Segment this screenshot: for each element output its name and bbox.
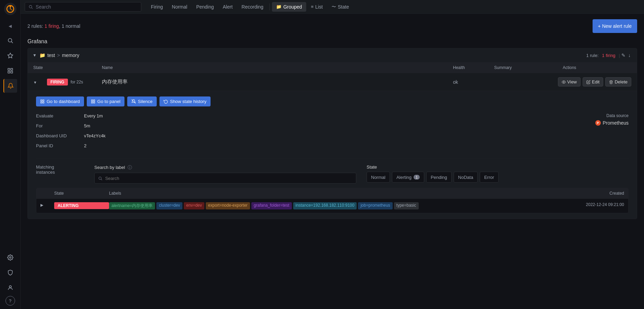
detail-grid: Evaluate Every 1m For 5m Dashboard UID v… — [36, 113, 629, 153]
svg-rect-23 — [91, 102, 93, 103]
group-edit-button[interactable]: ✎ — [620, 52, 627, 59]
detail-fields: Evaluate Every 1m For 5m Dashboard UID v… — [36, 113, 520, 153]
filter-pending-button[interactable]: Pending — [426, 172, 452, 183]
svg-point-13 — [9, 286, 11, 288]
svg-rect-19 — [41, 102, 42, 103]
instance-row: ▶ Alerting alertname=内存使用率 cluster=dev e… — [36, 198, 628, 213]
alerting-badge: 1 — [414, 175, 420, 180]
alert-group-header[interactable]: ▼ 📁 test > memory 1 rule: 1 firing | ✎ ↓ — [28, 48, 637, 62]
search-label-input-wrap[interactable] — [94, 173, 356, 184]
svg-rect-21 — [91, 100, 93, 101]
topbar: Firing Normal Pending Alert Recording 📁 … — [21, 0, 644, 14]
new-alert-button[interactable]: + New alert rule — [593, 19, 637, 33]
group-path: test > memory — [47, 53, 586, 58]
tab-alert[interactable]: Alert — [219, 2, 237, 12]
tab-normal[interactable]: Normal — [168, 2, 191, 12]
list-icon: ≡ — [311, 4, 314, 9]
history-icon — [164, 99, 168, 104]
filter-error-button[interactable]: Error — [480, 172, 499, 183]
instance-state-badge: Alerting — [54, 202, 109, 209]
rules-count: 2 rules: 1 firing, 1 normal — [27, 23, 80, 29]
row-chevron-icon[interactable]: ▼ — [33, 80, 47, 84]
col-state: State — [33, 65, 102, 70]
sidebar-item-search[interactable] — [3, 34, 17, 47]
delete-button[interactable]: Delete — [605, 77, 631, 87]
inst-col-created: Created — [556, 191, 624, 196]
edit-icon — [586, 80, 591, 84]
tab-state[interactable]: 〜 State — [327, 2, 353, 12]
col-actions: Actions — [563, 65, 631, 70]
for-value: 5m — [84, 123, 90, 128]
go-to-panel-button[interactable]: Go to panel — [87, 96, 124, 106]
silence-icon — [131, 99, 136, 104]
section-title: Grafana — [27, 38, 637, 45]
edit-button[interactable]: Edit — [583, 77, 603, 87]
svg-point-14 — [29, 5, 32, 8]
tab-list[interactable]: ≡ List — [307, 2, 327, 12]
alert-group: ▼ 📁 test > memory 1 rule: 1 firing | ✎ ↓… — [27, 48, 637, 219]
firing-count: 1 firing — [45, 23, 59, 29]
silence-button[interactable]: Silence — [127, 96, 157, 106]
sidebar-item-shield[interactable] — [3, 266, 17, 279]
label-instance: instance=192.168.182.110:9100 — [293, 202, 357, 209]
state-badge: Firing — [47, 79, 68, 85]
dashboard-uid-field: Dashboard UID vTe4zYc4k — [36, 133, 520, 138]
sidebar-item-starred[interactable] — [3, 49, 17, 62]
state-filter-section: State Normal Alerting 1 Pending NoData — [367, 164, 629, 184]
tab-firing[interactable]: Firing — [147, 2, 167, 12]
filter-alerting-button[interactable]: Alerting 1 — [392, 172, 424, 183]
group-chevron-icon: ▼ — [33, 53, 37, 58]
view-button[interactable]: View — [558, 77, 581, 87]
col-name: Name — [102, 65, 453, 70]
instance-row-chevron[interactable]: ▶ — [40, 202, 54, 207]
go-to-dashboard-button[interactable]: Go to dashboard — [36, 96, 84, 106]
group-meta: 1 rule: 1 firing | — [586, 53, 620, 58]
datasource-label: Data source — [526, 113, 629, 118]
search-icon — [28, 4, 33, 9]
sidebar-item-alerting[interactable] — [3, 79, 17, 93]
instances-table-header: State Labels Created — [36, 188, 628, 198]
svg-point-12 — [9, 257, 11, 259]
state-filters: Normal Alerting 1 Pending NoData Error — [367, 172, 629, 183]
svg-rect-10 — [8, 71, 10, 73]
label-alertname: alertname=内存使用率 — [109, 202, 155, 209]
svg-line-6 — [11, 42, 13, 43]
group-rule-name: memory — [62, 53, 80, 58]
folder-icon: 📁 — [276, 4, 282, 9]
col-summary: Summary — [494, 65, 563, 70]
search-input[interactable] — [36, 4, 138, 10]
tab-grouped[interactable]: 📁 Grouped — [272, 2, 306, 12]
sidebar-item-settings[interactable] — [3, 251, 17, 264]
show-state-history-button[interactable]: Show state history — [159, 96, 211, 106]
sidebar-item-dashboards[interactable] — [3, 64, 17, 78]
label-cluster: cluster=dev — [156, 202, 182, 209]
label-type: type=basic — [394, 202, 419, 209]
search-bar[interactable] — [25, 2, 141, 12]
svg-point-16 — [563, 81, 564, 82]
instances-table: State Labels Created ▶ Alerting alertnam… — [36, 188, 629, 213]
inst-col-state: State — [54, 191, 109, 196]
svg-rect-8 — [8, 68, 10, 70]
filter-nodata-button[interactable]: NoData — [454, 172, 478, 183]
dashboard-icon — [40, 99, 45, 104]
state-icon: 〜 — [332, 4, 336, 10]
sidebar-item-help[interactable]: ? — [5, 296, 15, 306]
alert-table-header: State Name Health Summary Actions — [28, 62, 637, 73]
grafana-logo[interactable] — [4, 3, 16, 15]
svg-point-5 — [8, 38, 12, 42]
normal-count: 1 normal — [62, 23, 80, 29]
state-cell: Firing for 22s — [47, 79, 102, 85]
svg-rect-24 — [93, 102, 95, 103]
group-download-button[interactable]: ↓ — [627, 52, 632, 59]
alert-detail: Go to dashboard Go to panel Silence — [28, 91, 637, 219]
filter-tabs: Firing Normal Pending Alert Recording 📁 … — [147, 2, 353, 12]
sidebar-item-avatar[interactable] — [3, 281, 17, 295]
tab-recording[interactable]: Recording — [237, 2, 267, 12]
actions-cell: View Edit Delete — [563, 77, 631, 87]
search-label-section: Search by label ⓘ — [94, 164, 356, 184]
datasource-section: Data source P Prometheus — [526, 113, 629, 153]
sidebar-collapse-button[interactable]: ◀ — [3, 21, 17, 32]
filter-normal-button[interactable]: Normal — [367, 172, 390, 183]
search-label-input[interactable] — [105, 176, 353, 181]
tab-pending[interactable]: Pending — [192, 2, 218, 12]
